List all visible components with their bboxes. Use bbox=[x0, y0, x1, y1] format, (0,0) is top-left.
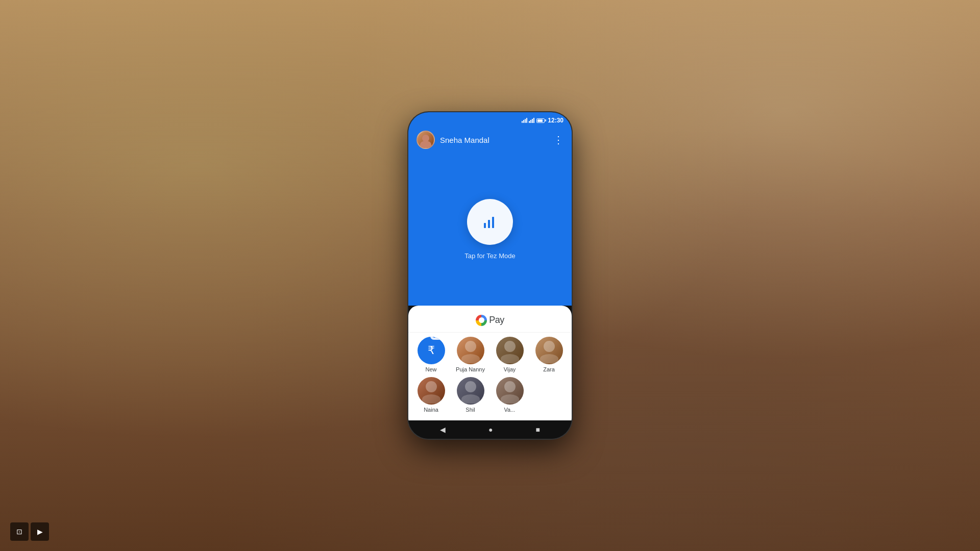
contact-puja-name: Puja Nanny bbox=[456, 366, 485, 373]
avatar-partial bbox=[496, 377, 524, 405]
more-menu-icon[interactable]: ⋮ bbox=[553, 134, 564, 146]
contact-zara-name: Zara bbox=[543, 366, 555, 373]
nav-bar: ◀ ● ■ bbox=[408, 420, 572, 439]
tez-label: Tap for Tez Mode bbox=[464, 252, 515, 260]
gpay-text: Pay bbox=[489, 315, 504, 325]
contact-naina-name: Naina bbox=[424, 407, 438, 413]
avatar-naina bbox=[418, 377, 445, 405]
user-name: Sneha Mandal bbox=[440, 136, 489, 144]
contact-va[interactable]: Va... bbox=[492, 377, 527, 413]
contact-zara[interactable]: Zara bbox=[531, 337, 567, 373]
svg-rect-0 bbox=[484, 223, 486, 228]
contact-shil[interactable]: Shil bbox=[453, 377, 488, 413]
phone: 12:30 Sneha Mandal ⋮ bbox=[408, 112, 572, 439]
contacts-grid-row1: ₹ 3 New New Puja Nanny bbox=[408, 333, 572, 377]
bottom-white-section: Pay ₹ 3 New New bbox=[408, 306, 572, 420]
main-blue-area: Tap for Tez Mode bbox=[408, 153, 572, 306]
rupee-icon: ₹ bbox=[428, 344, 435, 357]
svg-rect-1 bbox=[488, 220, 490, 228]
contact-new[interactable]: ₹ 3 New New bbox=[413, 337, 449, 373]
contacts-grid-row2: Naina Shil Va... bbox=[408, 377, 572, 415]
g-circle bbox=[476, 315, 487, 326]
contact-vijay-name: Vijay bbox=[504, 366, 516, 373]
new-avatar: ₹ 3 New bbox=[418, 337, 445, 364]
header-bar: Sneha Mandal ⋮ bbox=[408, 127, 572, 153]
avatar-vijay bbox=[496, 337, 524, 364]
signal-icon bbox=[529, 118, 535, 123]
status-bar: 12:30 bbox=[408, 112, 572, 127]
status-icons bbox=[522, 118, 545, 123]
screen-control-button[interactable]: ⊡ bbox=[10, 522, 29, 541]
avatar-shil bbox=[457, 377, 484, 405]
user-avatar[interactable] bbox=[416, 131, 435, 149]
avatar-puja bbox=[457, 337, 484, 364]
contact-naina[interactable]: Naina bbox=[413, 377, 449, 413]
battery-icon bbox=[536, 118, 545, 123]
header-left: Sneha Mandal bbox=[416, 131, 489, 149]
contact-empty bbox=[531, 377, 567, 413]
gpay-logo: Pay bbox=[476, 315, 504, 326]
gpay-logo-row: Pay bbox=[408, 312, 572, 333]
gpay-pay: Pay bbox=[489, 315, 504, 325]
tez-mode-button[interactable] bbox=[467, 199, 513, 245]
contact-shil-name: Shil bbox=[465, 407, 475, 413]
contact-puja-nanny[interactable]: Puja Nanny bbox=[453, 337, 488, 373]
g-inner bbox=[479, 317, 484, 323]
bottom-controls: ⊡ ▶ bbox=[10, 522, 49, 541]
nav-back-button[interactable]: ◀ bbox=[440, 425, 446, 434]
nav-home-button[interactable]: ● bbox=[488, 425, 493, 434]
nav-recent-button[interactable]: ■ bbox=[536, 425, 540, 434]
tez-icon bbox=[481, 213, 499, 231]
scene: 12:30 Sneha Mandal ⋮ bbox=[0, 0, 980, 551]
contact-va-name: Va... bbox=[504, 407, 516, 413]
arrow-control-button[interactable]: ▶ bbox=[31, 522, 49, 541]
contact-new-label: New bbox=[425, 366, 436, 373]
avatar-zara bbox=[535, 337, 563, 364]
status-time: 12:30 bbox=[548, 117, 564, 124]
badge-3new: 3 New bbox=[430, 337, 445, 340]
contact-vijay[interactable]: Vijay bbox=[492, 337, 527, 373]
svg-rect-2 bbox=[492, 217, 494, 228]
wifi-icon bbox=[522, 118, 527, 123]
